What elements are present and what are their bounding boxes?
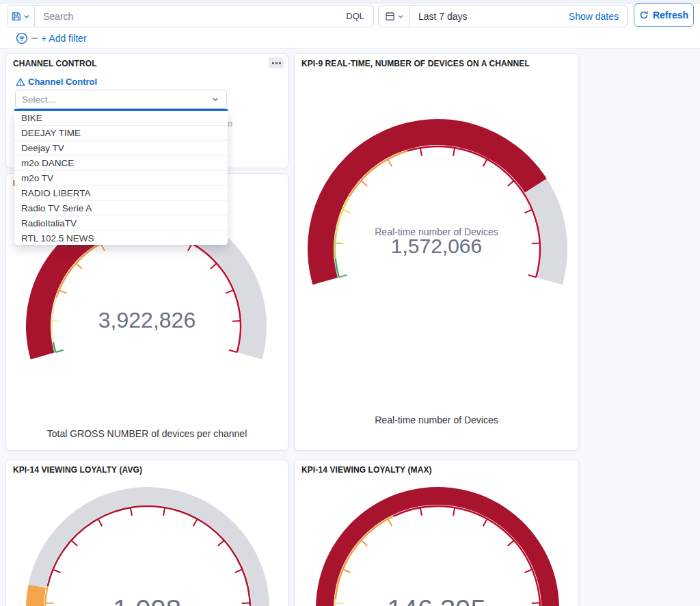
gauge-value: 146,395	[295, 594, 578, 606]
dropdown-option[interactable]: DEEJAY TIME	[14, 126, 228, 141]
dropdown-option[interactable]: m2o TV	[14, 171, 228, 186]
saved-query-menu-button[interactable]	[8, 5, 35, 27]
panel-kpi14-avg: KPI-14 VIEWING LOYALTY (AVG) 1,098	[5, 460, 288, 606]
panel-kpi9: KPI-9 REAL-TIME, NUMBER OF DEVICES ON A …	[294, 53, 579, 451]
gauge-value: 1,098	[6, 594, 288, 606]
dropdown-option[interactable]: RADIO LIBERTA	[14, 186, 228, 201]
add-filter-link[interactable]: + Add filter	[41, 33, 87, 44]
refresh-icon	[639, 10, 649, 20]
dropdown-option[interactable]: Radio TV Serie A	[14, 201, 228, 216]
show-dates-link[interactable]: Show dates	[569, 11, 627, 22]
panel-title: CHANNEL CONTROL	[13, 59, 97, 68]
gauge-kpi14-avg	[6, 460, 289, 606]
channel-dropdown-list: BIKEDEEJAY TIMEDeejay TVm2o DANCEm2o TVR…	[14, 111, 228, 245]
kibana-query-header: DQL Last 7 days Show dates Refresh	[0, 0, 700, 49]
date-range-label[interactable]: Last 7 days	[410, 11, 468, 22]
refresh-button[interactable]: Refresh	[634, 3, 694, 27]
gauge-caption: Real-time number of Devices	[295, 414, 578, 425]
select-placeholder: Select...	[16, 94, 55, 105]
date-picker-bar: Last 7 days Show dates	[378, 5, 628, 27]
save-icon	[12, 12, 21, 21]
channel-control-link[interactable]: Channel Control	[16, 77, 97, 87]
refresh-button-label: Refresh	[653, 10, 688, 21]
panel-options-button[interactable]	[269, 57, 284, 68]
channel-select[interactable]: Select...	[15, 90, 227, 109]
query-bar: DQL	[7, 5, 374, 27]
search-input[interactable]	[35, 11, 337, 22]
calendar-menu-button[interactable]	[379, 5, 410, 27]
panel-kpi14-max: KPI-14 VIEWING LOYALTY (MAX) 146,395	[294, 460, 579, 606]
dropdown-option[interactable]: Deejay TV	[14, 141, 228, 156]
top-strip	[0, 0, 700, 4]
filter-options-button[interactable]	[16, 32, 28, 44]
filter-circle-icon	[16, 32, 28, 44]
gauge-kpi14-max	[295, 460, 580, 606]
dropdown-option[interactable]: RTL 102.5 NEWS	[14, 231, 228, 245]
channel-control-label: Channel Control	[28, 77, 97, 87]
gauge-value: 1,572,066	[295, 235, 578, 258]
panel-channel-control: CHANNEL CONTROL m Channel Control Select…	[5, 53, 288, 168]
chevron-down-icon	[397, 13, 404, 20]
gauge-value: 3,922,826	[6, 308, 288, 333]
dropdown-option[interactable]: RadioItaliaTV	[14, 216, 228, 231]
chevron-down-icon	[211, 95, 226, 103]
chevron-down-icon	[23, 13, 30, 20]
calendar-icon	[385, 11, 395, 21]
select-focus-bar	[14, 109, 228, 111]
dropdown-option[interactable]: BIKE	[14, 111, 228, 126]
dropdown-option[interactable]: m2o DANCE	[14, 156, 228, 171]
filter-dash	[31, 38, 38, 39]
alert-triangle-icon	[16, 77, 25, 87]
dql-button[interactable]: DQL	[337, 5, 373, 27]
gauge-caption: Total GROSS NUMBER of devices per channe…	[6, 428, 288, 439]
